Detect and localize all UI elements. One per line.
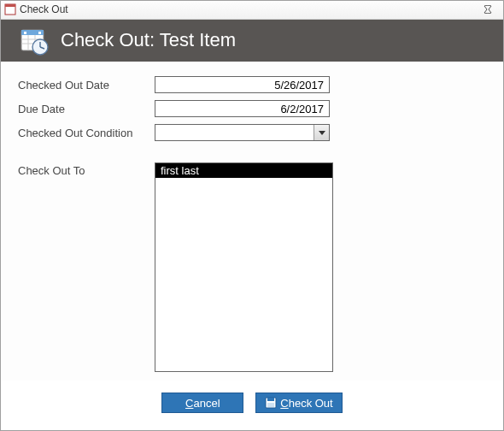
dialog-window: Check Out Check Out: Test Item xyxy=(0,0,504,431)
cancel-button[interactable]: Cancel xyxy=(161,393,243,413)
svg-marker-13 xyxy=(319,131,325,135)
condition-combobox[interactable] xyxy=(155,124,330,141)
check-out-to-listbox[interactable]: first last xyxy=(155,162,333,372)
header-title: Check Out: Test Item xyxy=(61,29,236,51)
list-item[interactable]: first last xyxy=(155,163,332,178)
close-button[interactable] xyxy=(476,3,500,16)
row-check-out-to: Check Out To first last xyxy=(18,162,486,372)
label-due-date: Due Date xyxy=(18,103,155,115)
header-band: Check Out: Test Item xyxy=(1,20,503,62)
condition-input[interactable] xyxy=(155,125,314,140)
titlebar: Check Out xyxy=(1,1,503,20)
due-date-field[interactable] xyxy=(155,100,330,117)
condition-dropdown-button[interactable] xyxy=(314,125,329,140)
svg-rect-5 xyxy=(38,32,41,34)
label-check-out-to: Check Out To xyxy=(18,162,155,372)
svg-rect-1 xyxy=(5,4,15,7)
check-out-button[interactable]: Check Out xyxy=(255,393,342,413)
check-out-mnemonic: C xyxy=(280,397,288,410)
svg-rect-16 xyxy=(267,403,274,407)
svg-rect-4 xyxy=(24,32,26,34)
form-icon xyxy=(4,3,16,15)
form-body: Checked Out Date Due Date Checked Out Co… xyxy=(1,62,503,381)
svg-rect-15 xyxy=(267,398,274,401)
label-checked-out-date: Checked Out Date xyxy=(18,79,155,92)
checked-out-date-field[interactable] xyxy=(155,76,330,93)
save-icon xyxy=(265,397,277,409)
row-checked-out-date: Checked Out Date xyxy=(18,75,486,94)
calendar-clock-icon xyxy=(16,23,50,57)
button-bar: Cancel Check Out xyxy=(1,381,503,430)
label-condition: Checked Out Condition xyxy=(18,127,155,139)
cancel-mnemonic: C xyxy=(185,397,193,410)
window-title: Check Out xyxy=(20,3,476,15)
row-due-date: Due Date xyxy=(18,99,486,118)
row-condition: Checked Out Condition xyxy=(18,123,486,142)
